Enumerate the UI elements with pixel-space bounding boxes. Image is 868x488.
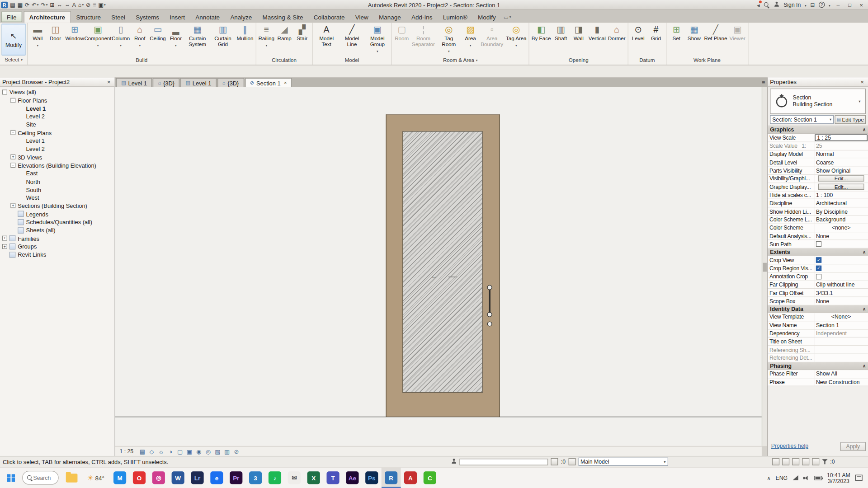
chevron-down-icon[interactable] (859, 99, 865, 103)
worksharing-user-icon[interactable] (451, 459, 457, 465)
start-button[interactable] (0, 468, 22, 488)
collapse-icon[interactable]: ∧ (863, 127, 866, 132)
taskbar-app[interactable]: Ae (343, 468, 362, 488)
property-value[interactable] (814, 240, 868, 248)
ribbon-tool[interactable]: ≡ Railing (257, 24, 275, 46)
door-handle-bar[interactable] (489, 289, 491, 314)
view-control-icon[interactable]: ▣ (185, 447, 193, 455)
editing-requests-icon[interactable] (551, 458, 558, 465)
view-control-icon[interactable]: ◉ (195, 447, 203, 455)
property-value[interactable]: Background Background (814, 216, 868, 224)
ribbon-tool[interactable]: ▥ Curtain Grid (210, 24, 236, 52)
ribbon-tool[interactable]: ▢ Room (393, 24, 410, 46)
minimize-button[interactable] (834, 1, 842, 9)
view-control-icon[interactable]: ▢ (176, 447, 184, 455)
taskbar-app[interactable]: ◎ (149, 468, 168, 488)
panel-label-circulation[interactable]: Circulation (256, 56, 312, 64)
collapse-panel-button[interactable] (757, 2, 760, 8)
ribbon-tab[interactable]: Structure (71, 11, 106, 23)
property-value[interactable] (814, 338, 868, 345)
property-value[interactable]: None None (814, 297, 868, 305)
drag-on-selection-toggle[interactable] (812, 458, 819, 465)
battery-icon[interactable] (814, 475, 822, 480)
ribbon-tool[interactable]: ⊞ Window (64, 24, 85, 46)
network-icon[interactable] (793, 475, 798, 480)
ribbon-tab[interactable]: Analyze (225, 11, 257, 23)
tree-item[interactable]: Level 1 (0, 137, 114, 145)
checkbox[interactable] (816, 257, 821, 263)
taskbar-app[interactable]: M (110, 468, 130, 488)
tree-item[interactable]: East (0, 169, 114, 178)
property-value[interactable]: Clip without line Clip without line (814, 281, 868, 288)
tree-item[interactable]: Sheets (all) (0, 226, 114, 234)
view-control-icon[interactable]: ▥ (223, 447, 231, 455)
store-icon[interactable] (810, 2, 815, 8)
view-tab-list-icon[interactable] (762, 78, 765, 87)
tree-item[interactable]: Level 2 (0, 145, 114, 153)
group-header-extents[interactable]: Extents ∧ (768, 249, 868, 256)
close-icon[interactable] (859, 78, 866, 85)
taskbar-app-file-explorer[interactable] (62, 468, 81, 488)
view-tab[interactable]: ⌂ {3D} (153, 78, 179, 87)
tree-expander-icon[interactable]: − (10, 163, 15, 168)
type-selector[interactable]: Section: Section 1 (770, 115, 834, 124)
panel-label-room-area[interactable]: Room & Area (392, 56, 529, 64)
view-tab[interactable]: ⌂ {3D} (217, 78, 244, 87)
tree-item[interactable]: + Groups (0, 242, 114, 250)
taskbar-app[interactable]: Pr (226, 468, 246, 488)
door-handle-circle[interactable] (487, 285, 492, 290)
ribbon-tab[interactable]: View (350, 11, 373, 23)
sign-in-button[interactable]: Sign In (783, 2, 801, 8)
ribbon-tab[interactable]: Architecture (24, 11, 71, 23)
property-value[interactable]: Edit... Edit... (814, 183, 868, 191)
property-value[interactable] (814, 346, 868, 353)
ribbon-tab[interactable]: Insert (165, 11, 190, 23)
ribbon-tool[interactable]: ▭ Ceiling (149, 24, 167, 46)
ribbon-tab[interactable]: Lumion® (438, 11, 472, 23)
taskbar-app[interactable]: 3 (246, 468, 265, 488)
search-input[interactable] (33, 475, 54, 481)
tree-expander-icon[interactable]: − (2, 89, 7, 94)
ribbon-tab[interactable]: Massing & Site (258, 11, 308, 23)
property-value[interactable]: Section 1 Section 1 (814, 321, 868, 329)
door-lock-circle[interactable] (487, 321, 492, 326)
tree-item[interactable]: Site (0, 121, 114, 129)
panel-label-work-plane[interactable]: Work Plane (666, 56, 748, 64)
door-handle-circle[interactable] (487, 312, 492, 317)
ribbon-tool[interactable]: ╱ Ref Plane (703, 24, 728, 46)
taskbar-app[interactable]: W (168, 468, 188, 488)
property-value[interactable]: Coarse Coarse (814, 159, 868, 166)
view-control-icon[interactable]: ◇ (148, 447, 156, 455)
collapse-icon[interactable]: ∧ (863, 363, 866, 368)
status-progress-box[interactable] (460, 458, 548, 465)
checkbox[interactable] (816, 274, 821, 279)
ribbon-tool[interactable]: ⊙ Level (629, 24, 647, 46)
panel-label-build[interactable]: Build (28, 56, 255, 64)
property-value[interactable]: Edit... Edit... (814, 175, 868, 183)
ribbon-tab[interactable]: Collaborate (309, 11, 350, 23)
property-value[interactable]: By Discipline By Discipline (814, 207, 868, 215)
view-control-icon[interactable]: ◑ (167, 447, 175, 455)
ribbon-tool[interactable]: ⊞ Set (668, 24, 685, 46)
tree-item[interactable]: Level 2 (0, 113, 114, 121)
tree-item[interactable]: North (0, 178, 114, 186)
close-icon[interactable] (284, 80, 287, 85)
taskbar-weather-widget[interactable]: ☀ 84° (81, 468, 110, 488)
group-header-identity-data[interactable]: Identity Data ∧ (768, 305, 868, 313)
ribbon-tab[interactable]: Systems (131, 11, 164, 23)
taskbar-app[interactable]: e (207, 468, 226, 488)
ribbon-tool[interactable]: ∥ Mullion (236, 24, 255, 46)
clock[interactable]: 10:41 AM 3/7/2023 (827, 472, 850, 484)
properties-header[interactable]: Properties (768, 77, 868, 87)
ribbon-tool[interactable]: ¦ Room Separator (410, 24, 436, 52)
quick-access-button[interactable]: ↔ (56, 0, 63, 9)
properties-help-link[interactable]: Properties help (771, 443, 808, 449)
select-by-face-toggle[interactable] (802, 458, 809, 465)
taskbar-app[interactable]: T (323, 468, 343, 488)
taskbar-app[interactable]: O (130, 468, 149, 488)
taskbar-app[interactable]: C (420, 468, 439, 488)
tree-item[interactable]: − Elevations (Building Elevation) (0, 161, 114, 169)
ribbon-tool[interactable]: ▫ Area Boundary (479, 24, 505, 52)
language-indicator[interactable]: ENG (776, 475, 788, 481)
search-icon[interactable] (764, 2, 769, 8)
